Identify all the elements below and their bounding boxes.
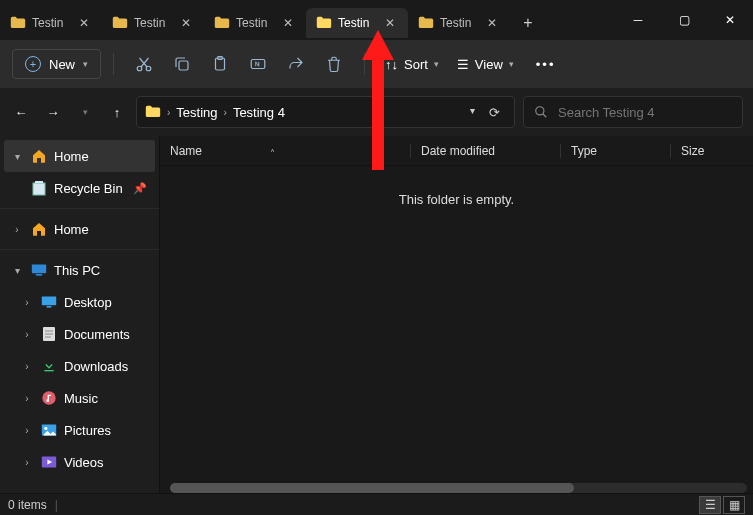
chevron-down-icon[interactable]: ▾	[10, 265, 24, 276]
col-name-label: Name	[170, 144, 202, 158]
documents-icon	[40, 326, 58, 342]
downloads-icon	[40, 358, 58, 374]
sidebar-item-label: Videos	[64, 455, 104, 470]
col-name[interactable]: Name ˄	[160, 144, 410, 158]
recent-locations-button[interactable]: ▾	[74, 107, 96, 117]
chevron-right-icon[interactable]: ›	[20, 297, 34, 308]
new-button[interactable]: + New ▾	[12, 49, 101, 79]
svg-rect-11	[42, 296, 56, 305]
col-type[interactable]: Type	[560, 144, 670, 158]
refresh-button[interactable]: ⟳	[489, 105, 500, 120]
view-label: View	[475, 57, 503, 72]
sort-button[interactable]: ↑↓ Sort ▾	[377, 46, 447, 82]
svg-point-6	[536, 107, 544, 115]
close-icon[interactable]: ✕	[178, 15, 194, 31]
close-icon[interactable]: ✕	[76, 15, 92, 31]
tab-label: Testin	[32, 16, 70, 30]
chevron-right-icon[interactable]: ›	[167, 107, 170, 118]
addr-actions: ▾ ⟳	[470, 105, 506, 120]
cut-button[interactable]	[126, 46, 162, 82]
thumbnails-view-toggle[interactable]: ▦	[723, 496, 745, 514]
sidebar-item-label: Desktop	[64, 295, 112, 310]
separator: |	[55, 498, 58, 512]
folder-icon	[10, 16, 26, 30]
new-tab-button[interactable]: +	[510, 8, 546, 38]
chevron-down-icon[interactable]: ▾	[470, 105, 475, 120]
content-pane: Name ˄ Date modified Type Size This fold…	[160, 136, 753, 493]
rename-button[interactable]	[240, 46, 276, 82]
tab-label: Testin	[440, 16, 478, 30]
sidebar-item-home[interactable]: ▾ Home	[4, 140, 155, 172]
chevron-right-icon[interactable]: ›	[20, 393, 34, 404]
chevron-right-icon[interactable]: ›	[20, 329, 34, 340]
pictures-icon	[40, 423, 58, 437]
more-button[interactable]: •••	[524, 57, 568, 72]
folder-icon	[112, 16, 128, 30]
tab-2[interactable]: Testin ✕	[204, 8, 306, 38]
col-type-label: Type	[571, 144, 597, 158]
separator	[0, 249, 159, 250]
svg-rect-5	[251, 60, 265, 69]
desktop-icon	[40, 295, 58, 309]
chevron-right-icon[interactable]: ›	[20, 425, 34, 436]
col-date-label: Date modified	[421, 144, 495, 158]
chevron-right-icon[interactable]: ›	[224, 107, 227, 118]
chevron-right-icon[interactable]: ›	[20, 361, 34, 372]
close-window-button[interactable]: ✕	[707, 0, 753, 40]
sort-icon: ↑↓	[385, 57, 398, 72]
sidebar-item-label: Home	[54, 222, 89, 237]
chevron-right-icon[interactable]: ›	[20, 457, 34, 468]
tab-label: Testin	[134, 16, 172, 30]
chevron-right-icon[interactable]: ›	[10, 224, 24, 235]
sidebar-item-label: Pictures	[64, 423, 111, 438]
tab-label: Testin	[236, 16, 274, 30]
minimize-button[interactable]: ─	[615, 0, 661, 40]
col-date[interactable]: Date modified	[410, 144, 560, 158]
chevron-down-icon[interactable]: ▾	[10, 151, 24, 162]
sidebar-item-home2[interactable]: › Home	[0, 213, 159, 245]
sidebar-item-music[interactable]: › Music	[0, 382, 159, 414]
share-button[interactable]	[278, 46, 314, 82]
tab-1[interactable]: Testin ✕	[102, 8, 204, 38]
paste-button[interactable]	[202, 46, 238, 82]
address-bar[interactable]: › Testing › Testing 4 ▾ ⟳	[136, 96, 515, 128]
close-icon[interactable]: ✕	[484, 15, 500, 31]
tab-4[interactable]: Testin ✕	[408, 8, 510, 38]
plus-circle-icon: +	[25, 56, 41, 72]
search-input[interactable]	[558, 105, 732, 120]
close-icon[interactable]: ✕	[382, 15, 398, 31]
tab-3-active[interactable]: Testin ✕	[306, 8, 408, 38]
forward-button[interactable]: →	[42, 105, 64, 120]
sidebar-item-recycle[interactable]: Recycle Bin 📌	[0, 172, 159, 204]
breadcrumb-seg[interactable]: Testing	[176, 105, 217, 120]
pin-icon: 📌	[133, 182, 147, 195]
back-button[interactable]: ←	[10, 105, 32, 120]
sidebar-item-downloads[interactable]: › Downloads	[0, 350, 159, 382]
search-box[interactable]	[523, 96, 743, 128]
videos-icon	[40, 455, 58, 469]
sidebar-item-label: Documents	[64, 327, 130, 342]
maximize-button[interactable]: ▢	[661, 0, 707, 40]
sidebar-item-thispc[interactable]: ▾ This PC	[0, 254, 159, 286]
copy-button[interactable]	[164, 46, 200, 82]
sort-asc-icon: ˄	[270, 148, 275, 159]
sidebar-item-pictures[interactable]: › Pictures	[0, 414, 159, 446]
details-view-toggle[interactable]: ☰	[699, 496, 721, 514]
horizontal-scrollbar[interactable]	[170, 483, 747, 493]
svg-rect-2	[179, 61, 188, 70]
tab-0[interactable]: Testin ✕	[0, 8, 102, 38]
view-button[interactable]: ☰ View ▾	[449, 46, 522, 82]
sidebar-item-videos[interactable]: › Videos	[0, 446, 159, 478]
breadcrumb-seg[interactable]: Testing 4	[233, 105, 285, 120]
nav-arrows: ← → ▾ ↑	[10, 105, 128, 120]
up-button[interactable]: ↑	[106, 105, 128, 120]
sort-label: Sort	[404, 57, 428, 72]
close-icon[interactable]: ✕	[280, 15, 296, 31]
folder-icon	[145, 105, 161, 119]
col-size[interactable]: Size	[670, 144, 753, 158]
delete-button[interactable]	[316, 46, 352, 82]
sidebar-item-desktop[interactable]: › Desktop	[0, 286, 159, 318]
sidebar-item-label: Music	[64, 391, 98, 406]
sidebar-item-documents[interactable]: › Documents	[0, 318, 159, 350]
sidebar-item-label: Home	[54, 149, 89, 164]
